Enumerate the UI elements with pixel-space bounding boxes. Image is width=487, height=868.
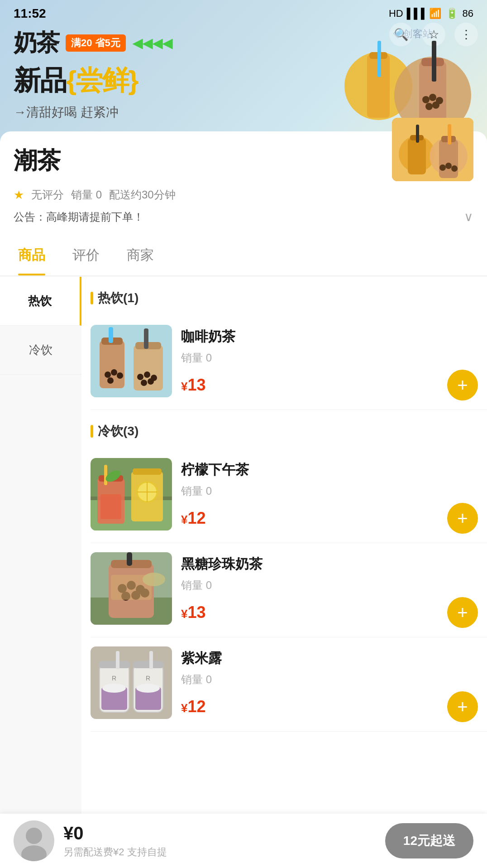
product-item-lemon-tea: 柠檬下午茶 销量 0 ¥12 +	[91, 449, 487, 543]
svg-point-11	[425, 103, 433, 110]
svg-rect-15	[408, 138, 426, 174]
svg-rect-17	[416, 125, 419, 143]
svg-rect-3	[377, 41, 381, 77]
notice-chevron-icon[interactable]: ∨	[464, 209, 473, 224]
product-img-coffee-milk-tea	[91, 325, 172, 397]
notice-text: 公告：高峰期请提前下单！	[14, 210, 144, 224]
svg-point-24	[451, 165, 458, 172]
product-name: 咖啡奶茶	[181, 328, 478, 346]
svg-point-12	[432, 101, 439, 109]
svg-rect-33	[134, 345, 163, 391]
price-value: 12	[187, 509, 205, 527]
svg-rect-77	[149, 651, 153, 669]
svg-rect-51	[100, 494, 121, 519]
svg-text:R: R	[146, 675, 150, 682]
product-img-black-sugar	[91, 552, 172, 625]
shop-delivery: 配送约30分钟	[109, 188, 176, 202]
cart-info: ¥0 另需配送费¥2 支持自提	[63, 823, 376, 859]
category-bar-icon-cold	[91, 425, 93, 438]
category-cold-drinks: 冷饮(3)	[91, 410, 487, 449]
banner-headline: 新品{尝鲜}	[14, 63, 172, 99]
svg-rect-21	[448, 124, 451, 145]
svg-point-75	[136, 684, 160, 693]
svg-rect-28	[109, 327, 113, 343]
cart-price: ¥0	[63, 823, 376, 844]
svg-point-29	[105, 371, 111, 378]
avatar-figure	[14, 820, 54, 861]
product-item-purple-rice: R R 紫米露 销量 0 ¥12 +	[91, 637, 487, 732]
shop-title-area: 潮茶	[14, 145, 61, 177]
product-name: 紫米露	[181, 649, 478, 668]
svg-point-74	[102, 684, 126, 693]
svg-point-66	[143, 573, 165, 586]
svg-point-40	[148, 378, 154, 385]
banner-brand: 奶茶	[14, 27, 59, 59]
product-name: 黑糖珍珠奶茶	[181, 555, 478, 574]
shop-rating: 无评分	[31, 188, 64, 202]
tabs-bar: 商品 评价 商家	[0, 235, 487, 276]
product-info-purple-rice: 紫米露 销量 0 ¥12 +	[181, 646, 478, 722]
svg-point-37	[144, 371, 150, 378]
add-to-cart-button[interactable]: +	[447, 597, 478, 628]
svg-rect-45	[133, 468, 162, 475]
product-price-row: ¥12 +	[181, 691, 478, 722]
rating-star: ★	[14, 188, 24, 202]
cart-avatar[interactable]	[14, 820, 54, 861]
svg-rect-7	[432, 41, 436, 82]
svg-rect-52	[104, 465, 107, 485]
price-value: 13	[187, 376, 205, 394]
category-hot-drinks: 热饮(1)	[91, 277, 487, 316]
banner-promo-badge: 满20 省5元	[66, 34, 126, 52]
product-list: 热饮(1)	[81, 277, 487, 820]
price-value: 12	[187, 697, 205, 716]
wifi-icon: 📶	[429, 8, 441, 19]
svg-rect-76	[116, 651, 119, 669]
content-area: 热饮 冷饮 热饮(1)	[0, 277, 487, 820]
shop-thumb-img	[392, 118, 473, 181]
svg-rect-58	[127, 552, 132, 566]
order-button[interactable]: 12元起送	[385, 823, 473, 858]
shop-title: 潮茶	[14, 145, 61, 177]
signal-icon: HD▐▐▐	[389, 8, 425, 19]
bottom-bar: ¥0 另需配送费¥2 支持自提 12元起送	[0, 814, 487, 868]
product-name: 柠檬下午茶	[181, 461, 478, 479]
category-hot-label: 热饮(1)	[98, 289, 138, 307]
svg-point-9	[429, 94, 436, 101]
product-item-black-sugar-boba: 黑糖珍珠奶茶 销量 0 ¥13 +	[91, 543, 487, 637]
sidebar: 热饮 冷饮	[0, 277, 81, 820]
add-to-cart-button[interactable]: +	[447, 503, 478, 534]
banner-arrows: ◀◀◀◀	[133, 36, 172, 51]
product-item-coffee-milk-tea: 咖啡奶茶 销量 0 ¥13 +	[91, 316, 487, 410]
category-cold-label: 冷饮(3)	[98, 423, 138, 440]
tab-merchant[interactable]: 商家	[127, 235, 154, 275]
svg-rect-19	[439, 140, 458, 178]
svg-point-30	[111, 369, 117, 376]
shop-thumbnail	[392, 118, 473, 181]
shop-sales: 销量 0	[71, 188, 102, 202]
product-sales: 销量 0	[181, 484, 478, 498]
product-img-lemon-tea	[91, 458, 172, 530]
tab-reviews[interactable]: 评价	[72, 235, 100, 275]
product-price: ¥13	[181, 603, 206, 622]
product-info-black-sugar-boba: 黑糖珍珠奶茶 销量 0 ¥13 +	[181, 552, 478, 628]
svg-rect-71	[133, 661, 164, 668]
svg-point-81	[26, 828, 42, 844]
add-to-cart-button[interactable]: +	[447, 370, 478, 400]
product-sales: 销量 0	[181, 578, 478, 593]
svg-point-8	[422, 96, 430, 103]
svg-point-39	[141, 380, 147, 386]
tab-products[interactable]: 商品	[18, 235, 45, 275]
product-sales: 销量 0	[181, 672, 478, 687]
price-value: 13	[187, 603, 205, 622]
sidebar-item-cold-drinks[interactable]: 冷饮	[0, 326, 81, 375]
sidebar-item-hot-drinks[interactable]: 热饮	[0, 277, 81, 326]
add-to-cart-button[interactable]: +	[447, 691, 478, 722]
product-info-coffee-milk-tea: 咖啡奶茶 销量 0 ¥13 +	[181, 325, 478, 400]
status-time: 11:52	[14, 6, 46, 21]
status-bar: 11:52 HD▐▐▐ 📶 🔋 86	[0, 0, 487, 27]
yuan-symbol: ¥	[181, 380, 187, 393]
svg-point-36	[137, 374, 143, 380]
battery-level: 86	[463, 8, 473, 19]
cart-subtext: 另需配送费¥2 支持自提	[63, 845, 376, 859]
product-price: ¥13	[181, 376, 206, 395]
